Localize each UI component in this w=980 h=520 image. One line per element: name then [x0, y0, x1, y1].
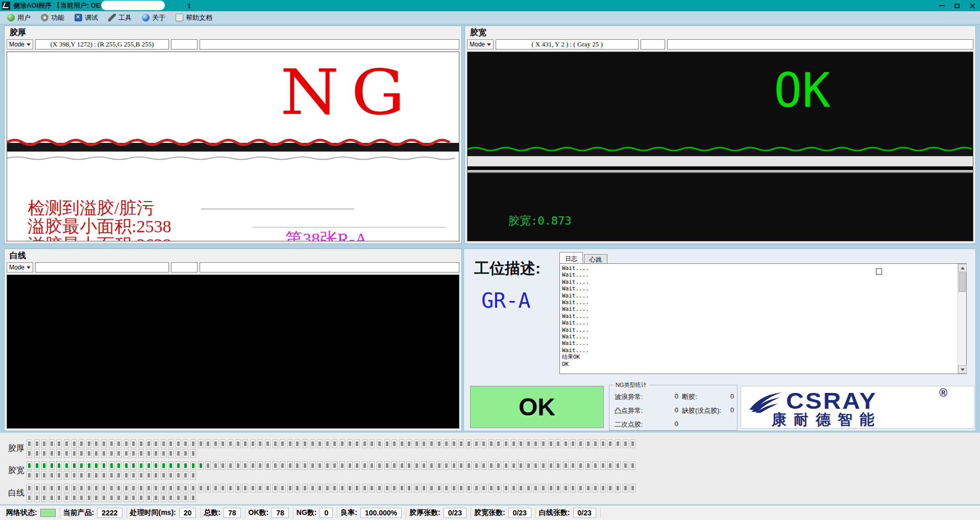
progress-cell	[273, 484, 278, 492]
glue-thickness-image[interactable]: NG 检测到溢胶/脏污溢胶最小面积:2538溢胶最大面积:2638 第38张R-…	[7, 52, 459, 241]
scroll-up-button[interactable]	[958, 264, 967, 272]
progress-cell	[34, 471, 40, 480]
progress-cell	[488, 439, 494, 448]
tab-日志[interactable]: 日志	[559, 252, 583, 264]
menu-item-功能[interactable]: 功能	[38, 12, 71, 24]
menu-item-关于[interactable]: 关于	[139, 12, 173, 24]
overall-result-button[interactable]: OK	[470, 386, 604, 428]
glue-width-measurement: 胶宽:0.873	[508, 213, 571, 229]
brand-logo: CSRAY ® 康耐德智能	[741, 386, 974, 429]
close-button[interactable]	[965, 0, 980, 11]
minimize-button[interactable]	[934, 0, 949, 11]
scroll-down-button[interactable]	[958, 365, 967, 374]
log-checkbox[interactable]	[876, 268, 882, 275]
info-box-long[interactable]	[200, 262, 459, 273]
progress-group-胶宽: 胶宽	[0, 461, 980, 480]
ng-stat-row: 断胶:0	[682, 392, 734, 402]
progress-cell	[131, 484, 136, 492]
progress-cell	[228, 484, 233, 492]
progress-cell	[213, 461, 218, 470]
progress-cell	[310, 461, 315, 470]
maximize-button[interactable]	[949, 0, 965, 11]
progress-cell	[183, 484, 188, 492]
progress-cell	[138, 471, 144, 480]
mode-dropdown[interactable]: Mode	[7, 39, 33, 49]
mode-dropdown[interactable]: Mode	[7, 262, 33, 273]
progress-cell	[101, 449, 107, 458]
progress-cell	[474, 439, 479, 448]
chevron-down-icon	[27, 266, 31, 269]
mode-label: Mode	[9, 264, 24, 271]
progress-cell	[109, 484, 114, 492]
log-list[interactable]: Wait....Wait....Wait....Wait....Wait....…	[560, 264, 958, 374]
progress-cell	[384, 439, 390, 448]
progress-cell	[347, 461, 353, 470]
progress-cell	[146, 461, 152, 470]
progress-row	[27, 493, 635, 502]
info-box-small[interactable]	[641, 39, 665, 49]
progress-cell	[146, 471, 152, 480]
progress-cell	[451, 484, 457, 492]
pixel-coordinate-box[interactable]: (X 398,Y 1272) : (R 255,G 255,B 255)	[35, 39, 169, 49]
menu-item-工具[interactable]: 工具	[105, 12, 139, 24]
progress-cell	[71, 471, 77, 480]
progress-cell	[153, 461, 159, 470]
status-segment: OK数:78	[246, 507, 293, 518]
menu-item-调试[interactable]: 调试	[71, 12, 105, 24]
progress-cell	[496, 439, 501, 448]
progress-cell	[41, 439, 47, 448]
progress-cell	[317, 461, 323, 470]
menu-item-用户[interactable]: 用户	[4, 12, 38, 24]
progress-cell	[49, 471, 55, 480]
progress-cell	[250, 439, 256, 448]
glue-width-image[interactable]: OK 胶宽:0.873	[467, 52, 973, 241]
tab-心跳[interactable]: 心跳	[584, 254, 607, 264]
progress-cell	[273, 439, 278, 448]
progress-cell	[257, 461, 263, 470]
progress-cell	[607, 439, 613, 448]
progress-cell	[600, 439, 606, 448]
status-segment: 处理时间(ms):20	[127, 507, 201, 518]
pixel-coordinate-box[interactable]: ( X 431, Y 2 ) : ( Gray 25 )	[496, 39, 639, 49]
progress-cell	[64, 493, 69, 502]
white-line-image[interactable]	[7, 275, 459, 429]
close-icon	[969, 3, 975, 9]
progress-cell	[64, 484, 69, 492]
progress-cell	[555, 484, 561, 492]
info-box-long[interactable]	[200, 39, 459, 49]
info-box-small[interactable]	[171, 39, 198, 49]
status-value: 78	[272, 508, 289, 518]
info-box-small[interactable]	[171, 262, 198, 273]
progress-cell	[79, 471, 84, 480]
progress-cell	[295, 461, 300, 470]
progress-cell	[56, 449, 62, 458]
panel-title: 胶厚	[5, 26, 461, 38]
progress-cell	[317, 439, 323, 448]
info-box-long[interactable]	[667, 39, 973, 49]
mode-label: Mode	[470, 41, 485, 48]
progress-cell	[56, 471, 62, 480]
menu-item-帮助文档[interactable]: 帮助文档	[173, 12, 219, 24]
tools-icon	[108, 14, 116, 21]
progress-cell	[280, 461, 285, 470]
log-entry: Wait....	[562, 313, 958, 319]
progress-cell	[466, 484, 472, 492]
progress-cell	[34, 449, 40, 458]
progress-cell	[116, 439, 121, 448]
frame-index-overlay: 第38张R-A	[285, 228, 368, 241]
progress-cell	[109, 449, 114, 458]
log-entry: OK	[562, 361, 958, 367]
progress-cell	[399, 461, 405, 470]
scrollbar-thumb[interactable]	[959, 273, 966, 292]
log-scrollbar[interactable]	[958, 264, 966, 374]
progress-cell	[548, 439, 554, 448]
progress-cell	[220, 484, 226, 492]
progress-cell	[302, 484, 308, 492]
progress-cell	[578, 484, 583, 492]
maximize-icon	[954, 4, 960, 8]
mode-dropdown[interactable]: Mode	[467, 39, 494, 49]
progress-cell	[421, 461, 427, 470]
progress-cell	[339, 461, 345, 470]
ng-stat-value: 0	[675, 406, 678, 415]
pixel-coordinate-box[interactable]	[35, 262, 169, 273]
